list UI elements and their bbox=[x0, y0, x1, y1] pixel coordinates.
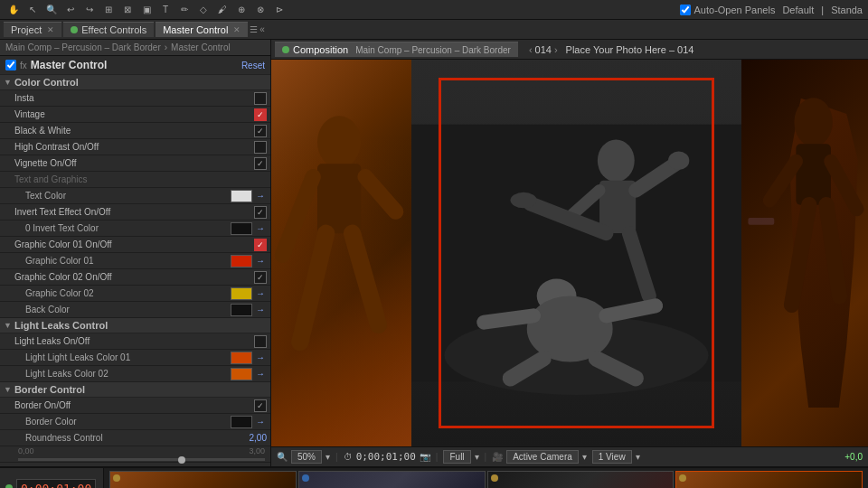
control-invert-text-effect: Invert Text Effect On/Off bbox=[0, 204, 270, 221]
quality-section: Full ▾ bbox=[443, 450, 478, 464]
workspace-standard-btn[interactable]: Standa bbox=[831, 5, 863, 15]
tool-extra[interactable]: ⊳ bbox=[271, 2, 288, 18]
svg-line-3 bbox=[365, 176, 396, 211]
vintage-label: Vintage bbox=[14, 109, 254, 119]
quality-btn[interactable]: Full bbox=[443, 450, 470, 464]
control-text-graphics: Text and Graphics bbox=[0, 172, 270, 188]
scene-container bbox=[271, 60, 868, 446]
border-color-swatch[interactable] bbox=[231, 416, 252, 428]
tool-b3[interactable]: ▣ bbox=[138, 2, 155, 18]
graphic-color02-swatch[interactable] bbox=[231, 287, 252, 300]
tool-shape[interactable]: ◇ bbox=[195, 2, 212, 18]
zoom-btn[interactable]: 50% bbox=[291, 450, 322, 464]
border-section-label: Border Control bbox=[14, 384, 85, 395]
tool-text[interactable]: T bbox=[157, 2, 174, 18]
text-color-arrow[interactable]: → bbox=[254, 191, 267, 201]
comp-tab[interactable]: Composition Main Comp – Percusion – Dark… bbox=[275, 42, 518, 57]
comp-nav-fwd[interactable]: › bbox=[554, 44, 558, 55]
light-leaks-on-checkbox[interactable] bbox=[254, 335, 267, 348]
light-leaks-color02-swatch[interactable] bbox=[231, 368, 252, 380]
quality-dropdown[interactable]: ▾ bbox=[475, 452, 479, 462]
back-color-arrow[interactable]: → bbox=[254, 305, 267, 314]
tool-pen[interactable]: ✏ bbox=[176, 2, 193, 18]
graphic-color01-swatch[interactable] bbox=[231, 255, 252, 267]
track-4-dot bbox=[679, 474, 686, 482]
camera-dropdown[interactable]: ▾ bbox=[582, 452, 587, 462]
tool-select[interactable]: ↖ bbox=[24, 2, 41, 18]
border-on-checkbox[interactable] bbox=[254, 399, 267, 412]
track-1[interactable]: Place Your Photo Here – 011 bbox=[109, 471, 297, 488]
tab-master-control[interactable]: Master Control ✕ bbox=[156, 22, 248, 37]
views-btn[interactable]: 1 View bbox=[592, 450, 632, 464]
graphic-color01-on-checkbox[interactable] bbox=[254, 239, 267, 251]
high-contrast-checkbox[interactable] bbox=[254, 141, 267, 154]
tab-project-close[interactable]: ✕ bbox=[47, 25, 54, 34]
text-color-swatch[interactable] bbox=[231, 190, 252, 202]
views-dropdown[interactable]: ▾ bbox=[636, 452, 640, 462]
top-toolbar: ✋ ↖ 🔍 ↩ ↪ ⊞ ⊠ ▣ T ✏ ◇ 🖌 ⊕ ⊗ ⊳ Auto-Open … bbox=[0, 0, 868, 20]
panel-collapse-icon[interactable]: « bbox=[259, 24, 265, 34]
invert-text-color-swatch[interactable] bbox=[231, 222, 252, 235]
effect-enable-checkbox[interactable] bbox=[5, 60, 16, 70]
section-color-control[interactable]: ▼ Color Control bbox=[0, 75, 270, 90]
camera-btn[interactable]: Active Camera bbox=[506, 450, 579, 464]
tool-zoom[interactable]: 🔍 bbox=[43, 2, 60, 18]
roundness-slider-labels: 0,00 3,00 bbox=[0, 446, 270, 457]
insta-checkbox[interactable] bbox=[254, 92, 267, 105]
tool-stamp[interactable]: ⊕ bbox=[233, 2, 250, 18]
high-contrast-label: High Contrast On/Off bbox=[14, 142, 254, 152]
invert-text-color-arrow[interactable]: → bbox=[254, 223, 267, 233]
vignette-checkbox[interactable] bbox=[254, 157, 267, 170]
tool-puppet[interactable]: ⊗ bbox=[252, 2, 269, 18]
workspace-default-btn[interactable]: Default bbox=[782, 5, 814, 15]
timeline-timecode[interactable]: 0;00;01;00 bbox=[16, 479, 96, 489]
panel-menu-icon[interactable]: ☰ bbox=[250, 24, 258, 34]
zoom-dropdown-arrow[interactable]: ▾ bbox=[326, 452, 330, 462]
vignette-label: Vignette On/Off bbox=[14, 158, 254, 168]
control-invert-text-color: 0 Invert Text Color → bbox=[0, 221, 270, 237]
right-panel: Composition Main Comp – Percusion – Dark… bbox=[271, 40, 868, 466]
section-light-leaks[interactable]: ▼ Light Leaks Control bbox=[0, 318, 270, 333]
width-value[interactable]: 2,00 bbox=[240, 465, 267, 466]
auto-open-checkbox[interactable] bbox=[680, 5, 691, 15]
color-section-arrow: ▼ bbox=[4, 78, 12, 87]
reset-button[interactable]: Reset bbox=[241, 61, 265, 70]
roundness-thumb[interactable] bbox=[178, 456, 185, 464]
comp-nav-back[interactable]: ‹ bbox=[529, 44, 533, 55]
roundness-track[interactable] bbox=[18, 458, 265, 461]
light-leaks-color01-arrow[interactable]: → bbox=[254, 352, 267, 362]
light-leaks-color02-arrow[interactable]: → bbox=[254, 369, 267, 379]
tool-undo[interactable]: ↩ bbox=[62, 2, 79, 18]
tool-paint[interactable]: 🖌 bbox=[214, 2, 231, 18]
graphic-color01-arrow[interactable]: → bbox=[254, 256, 267, 266]
timecode-display[interactable]: 0;00;01;00 bbox=[356, 451, 416, 463]
tool-b2[interactable]: ⊠ bbox=[119, 2, 136, 18]
comp-tab-label: Composition bbox=[293, 44, 348, 55]
graphic-color02-arrow[interactable]: → bbox=[254, 288, 267, 298]
roundness-value[interactable]: 2,00 bbox=[240, 433, 267, 443]
svg-rect-28 bbox=[748, 218, 774, 225]
tab-effect-controls[interactable]: Effect Controls bbox=[63, 22, 154, 37]
tool-redo[interactable]: ↪ bbox=[81, 2, 98, 18]
back-color-swatch[interactable] bbox=[231, 304, 252, 316]
control-border-color: Border Color → bbox=[0, 414, 270, 430]
track-2[interactable]: Place Your Photo Here – 012 bbox=[298, 471, 486, 488]
svg-line-4 bbox=[300, 233, 326, 342]
tab-master-close[interactable]: ✕ bbox=[233, 25, 241, 34]
bw-checkbox[interactable] bbox=[254, 125, 267, 137]
auto-open-panels: Auto-Open Panels bbox=[680, 5, 776, 15]
invert-text-effect-checkbox[interactable] bbox=[254, 206, 267, 219]
light-leaks-color01-swatch[interactable] bbox=[231, 352, 252, 364]
tool-b1[interactable]: ⊞ bbox=[100, 2, 117, 18]
tool-hand[interactable]: ✋ bbox=[5, 2, 22, 18]
color-section-label: Color Control bbox=[14, 77, 79, 88]
border-color-arrow[interactable]: → bbox=[254, 417, 267, 427]
graphic-color02-on-checkbox[interactable] bbox=[254, 271, 267, 284]
track-3[interactable]: Place Your Photo Here – 013 bbox=[487, 471, 675, 488]
section-border-control[interactable]: ▼ Border Control bbox=[0, 382, 270, 398]
tab-project[interactable]: Project ✕ bbox=[4, 22, 61, 37]
comp-frame: 014 bbox=[535, 44, 552, 55]
text-graphics-label: Text and Graphics bbox=[14, 174, 267, 184]
vintage-checkbox[interactable] bbox=[254, 108, 267, 121]
track-4[interactable]: Place Your Photo Here – 014 bbox=[675, 471, 863, 488]
